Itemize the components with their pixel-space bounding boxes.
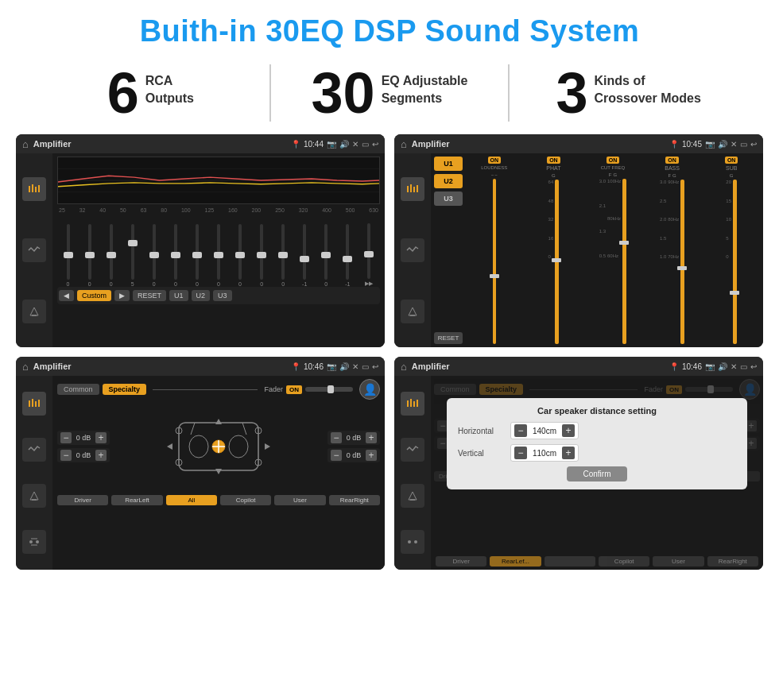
dialog-sidebar-icon-4[interactable] <box>401 530 424 554</box>
back-icon[interactable]: ↩ <box>372 140 378 149</box>
cross-db-val-br: 0 dB <box>343 451 364 459</box>
dialog-close-icon[interactable]: ✕ <box>731 362 737 371</box>
cross-user-btn[interactable]: User <box>274 495 325 505</box>
amp-camera-icon: 📷 <box>705 140 715 149</box>
eq-u2-btn[interactable]: U2 <box>192 290 211 301</box>
dialog-confirm-button[interactable]: Confirm <box>567 466 626 481</box>
freq-500: 500 <box>346 207 355 213</box>
amp-sidebar-icon-1[interactable] <box>401 177 424 201</box>
cross-db-minus-tl[interactable]: − <box>60 432 72 443</box>
eq-slider-5[interactable]: 0 <box>145 224 163 287</box>
amp-close-icon[interactable]: ✕ <box>731 140 737 149</box>
eq-slider-8[interactable]: 0 <box>209 224 227 287</box>
cross-tab-common[interactable]: Common <box>57 384 99 395</box>
cross-driver-btn[interactable]: Driver <box>57 495 108 505</box>
eq-slider-9[interactable]: 0 <box>231 224 250 287</box>
eq-slider-15[interactable]: ▶▶ <box>360 223 378 287</box>
cross-db-plus-br[interactable]: + <box>366 450 377 461</box>
amp-home-icon[interactable]: ⌂ <box>401 138 407 150</box>
eq-sidebar-icon-2[interactable] <box>22 238 46 262</box>
avatar-icon[interactable]: 👤 <box>359 379 380 400</box>
cross-sidebar-icon-4[interactable] <box>22 530 46 554</box>
eq-slider-2[interactable]: 0 <box>80 224 99 287</box>
cross-db-val-tl: 0 dB <box>73 434 94 442</box>
dialog-horizontal-plus[interactable]: + <box>562 424 575 437</box>
dialog-vertical-minus[interactable]: − <box>514 447 527 459</box>
eq-reset-btn[interactable]: RESET <box>133 290 166 301</box>
eq-slider-12[interactable]: -1 <box>296 224 314 287</box>
cross-sidebar-icon-2[interactable] <box>22 438 46 462</box>
eq-slider-11[interactable]: 0 <box>274 224 293 287</box>
eq-sidebar-icon-1[interactable] <box>22 177 46 201</box>
eq-u1-btn[interactable]: U1 <box>169 290 188 301</box>
amp-sidebar-icon-3[interactable] <box>401 300 424 323</box>
eq-slider-10[interactable]: 0 <box>253 224 271 287</box>
cross-db-plus-tl[interactable]: + <box>95 432 107 443</box>
eq-sidebar-icon-3[interactable] <box>22 300 46 323</box>
cross-db-plus-tr[interactable]: + <box>366 432 377 443</box>
dialog-vertical-row: Vertical − 110cm + <box>458 444 736 462</box>
cross-close-icon[interactable]: ✕ <box>352 362 358 371</box>
dialog-all-btn[interactable] <box>545 556 595 567</box>
cross-fader-on[interactable]: ON <box>286 385 302 394</box>
dialog-rearright-btn[interactable]: RearRight <box>707 556 758 567</box>
dialog-user-btn[interactable]: User <box>653 556 703 567</box>
eq-slider-1[interactable]: 0 <box>59 224 77 287</box>
stat-cross: 3 Kinds ofCrossover Modes <box>510 64 747 122</box>
dialog-back-icon[interactable]: ↩ <box>750 362 757 371</box>
dialog-sidebar-icon-1[interactable] <box>401 392 424 416</box>
eq-slider-4[interactable]: 5 <box>123 224 141 287</box>
amp-reset-btn[interactable]: RESET <box>434 332 463 344</box>
dialog-copilot-btn[interactable]: Copilot <box>599 556 649 567</box>
dialog-sidebar-icon-2[interactable] <box>401 438 424 462</box>
cross-copilot-btn[interactable]: Copilot <box>220 495 271 505</box>
cross-db-minus-br[interactable]: − <box>331 450 342 461</box>
eq-prev-btn[interactable]: ◀ <box>59 290 74 301</box>
eq-slider-6[interactable]: 0 <box>166 224 184 287</box>
cross-db-minus-tr[interactable]: − <box>331 432 342 443</box>
loudness-on[interactable]: ON <box>488 157 502 164</box>
cross-tab-specialty[interactable]: Specialty <box>103 384 147 395</box>
eq-slider-7[interactable]: 0 <box>188 224 206 287</box>
amp-u1-btn[interactable]: U1 <box>434 157 463 171</box>
amp-sidebar-icon-2[interactable] <box>401 238 424 262</box>
eq-slider-13[interactable]: 0 <box>317 224 335 287</box>
svg-rect-10 <box>407 186 409 192</box>
cross-all-btn[interactable]: All <box>166 495 217 505</box>
amp-ch-bass: ON BASS FG 3.02.52.01.51.0 90Hz80Hz70Hz <box>644 157 701 344</box>
dialog-rearleft-btn[interactable]: RearLef... <box>490 556 541 567</box>
dialog-home-icon[interactable]: ⌂ <box>401 361 407 373</box>
dialog-camera-icon: 📷 <box>705 362 715 371</box>
cross-back-icon[interactable]: ↩ <box>372 362 378 371</box>
svg-rect-11 <box>410 184 412 192</box>
cutfreq-on[interactable]: ON <box>607 157 620 164</box>
eq-play-btn[interactable]: ▶ <box>114 290 130 301</box>
phat-on[interactable]: ON <box>547 157 560 164</box>
eq-slider-14[interactable]: -1 <box>339 224 357 287</box>
amp-u3-btn[interactable]: U3 <box>434 191 463 206</box>
cross-rearright-btn[interactable]: RearRight <box>329 495 380 505</box>
amp-u2-btn[interactable]: U2 <box>434 174 463 188</box>
bass-on[interactable]: ON <box>665 157 679 164</box>
svg-marker-46 <box>409 492 417 500</box>
close-icon[interactable]: ✕ <box>352 140 358 149</box>
dialog-vertical-plus[interactable]: + <box>562 447 575 459</box>
cross-sidebar-icon-1[interactable] <box>22 392 46 416</box>
cross-rearleft-btn[interactable]: RearLeft <box>111 495 162 505</box>
cross-db-minus-bl[interactable]: − <box>60 450 72 461</box>
dialog-horizontal-minus[interactable]: − <box>514 424 527 437</box>
amp-back-icon[interactable]: ↩ <box>750 140 757 149</box>
sub-on[interactable]: ON <box>725 157 738 164</box>
cross-home-icon[interactable]: ⌂ <box>22 361 29 373</box>
eq-slider-3[interactable]: 0 <box>102 224 120 287</box>
eq-u3-btn[interactable]: U3 <box>213 290 232 301</box>
eq-custom-btn[interactable]: Custom <box>77 290 111 301</box>
cross-db-plus-bl[interactable]: + <box>95 450 107 461</box>
dialog-sidebar-icon-3[interactable] <box>401 484 424 508</box>
dialog-driver-btn[interactable]: Driver <box>436 556 486 567</box>
amp-ch-phat: ON PHAT G 644832160 <box>525 157 583 344</box>
home-icon[interactable]: ⌂ <box>22 138 29 150</box>
svg-marker-14 <box>409 307 417 315</box>
cross-fader-slider[interactable] <box>305 387 353 392</box>
cross-sidebar-icon-3[interactable] <box>22 484 46 508</box>
